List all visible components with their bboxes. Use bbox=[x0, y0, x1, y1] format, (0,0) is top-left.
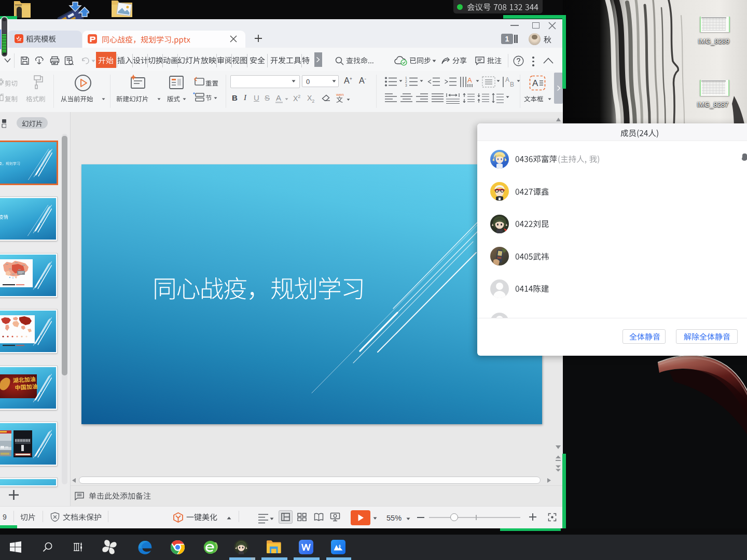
svg-text:A: A bbox=[467, 76, 472, 84]
svg-text:3: 3 bbox=[405, 83, 407, 87]
svg-text:1: 1 bbox=[405, 76, 407, 80]
svg-text:A: A bbox=[505, 76, 509, 83]
svg-text:A: A bbox=[532, 78, 538, 88]
svg-text:B: B bbox=[510, 81, 514, 88]
svg-text:2: 2 bbox=[405, 80, 407, 83]
